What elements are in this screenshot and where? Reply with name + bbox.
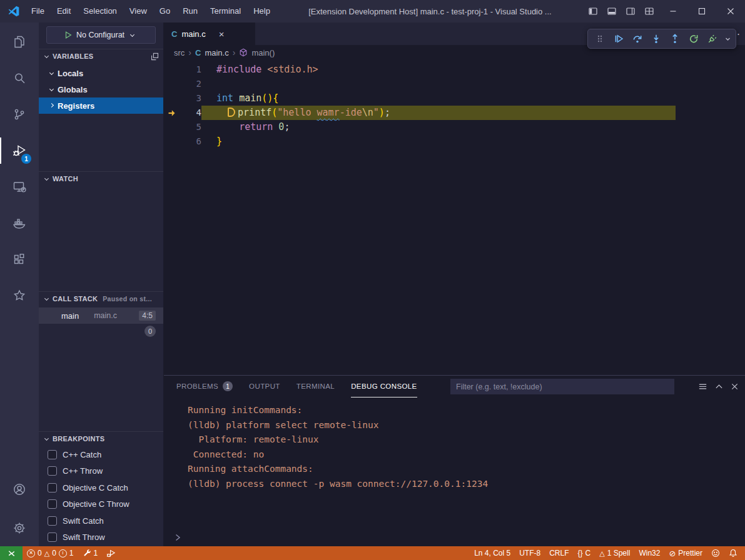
code-line[interactable]: 6} <box>164 134 745 149</box>
console-prompt-icon[interactable] <box>174 534 181 541</box>
panel-tab-problems[interactable]: PROBLEMS1 <box>176 376 233 398</box>
tab-main-c[interactable]: C main.c × <box>164 22 255 45</box>
inline-breakpoint-icon[interactable] <box>228 108 235 117</box>
formatter-status[interactable]: ⊘ Prettier <box>664 546 707 560</box>
restart-button[interactable] <box>686 31 702 47</box>
code-line[interactable]: 2 <box>164 77 745 91</box>
checkbox[interactable] <box>48 532 57 542</box>
breakpoint-item[interactable]: Objective C Catch <box>39 479 163 496</box>
sidebar-item-run-debug[interactable]: 1 <box>0 132 39 169</box>
spell-checker-status[interactable]: △ 1 Spell <box>595 546 634 560</box>
customize-layout-icon[interactable] <box>640 0 659 22</box>
platform-status[interactable]: Win32 <box>634 546 664 560</box>
drag-handle[interactable] <box>592 31 608 47</box>
menu-view[interactable]: View <box>123 0 153 22</box>
breadcrumb-symbol[interactable]: main() <box>251 48 275 58</box>
debug-console-output[interactable]: Running initCommands:(lldb) platform sel… <box>164 398 745 546</box>
panel-tab-terminal[interactable]: TERMINAL <box>296 376 335 398</box>
language-mode[interactable]: {} C <box>574 546 595 560</box>
code-line[interactable]: 4 printf("hello wamr-ide\n"); <box>164 106 745 120</box>
search-icon <box>12 71 27 86</box>
panel-tab-debug-console[interactable]: DEBUG CONSOLE <box>351 376 417 398</box>
maximize-button[interactable] <box>687 0 716 22</box>
sidebar-item-source-control[interactable] <box>0 96 39 132</box>
info-icon: i <box>59 549 67 558</box>
checkbox[interactable] <box>48 499 57 509</box>
sidebar-item-remote-explorer[interactable] <box>0 169 39 205</box>
compare-values-icon[interactable] <box>150 52 160 61</box>
checkbox[interactable] <box>48 450 57 459</box>
code-line[interactable]: 1#include <stdio.h> <box>164 62 745 77</box>
menu-edit[interactable]: Edit <box>51 0 77 22</box>
chevron-icon <box>49 70 54 74</box>
menu-run[interactable]: Run <box>176 0 204 22</box>
breadcrumb-src[interactable]: src <box>174 48 185 58</box>
feedback-button[interactable] <box>707 546 724 560</box>
step-over-button[interactable] <box>629 31 646 47</box>
watch-section-header[interactable]: WATCH <box>39 171 163 186</box>
encoding-indicator[interactable]: UTF-8 <box>515 546 545 560</box>
sidebar-item-extensions[interactable] <box>0 241 39 278</box>
disconnect-button[interactable] <box>704 31 721 47</box>
eol-indicator[interactable]: CRLF <box>545 546 573 560</box>
notifications-button[interactable] <box>724 546 745 560</box>
step-into-button[interactable] <box>648 31 664 47</box>
code-line[interactable]: 3int main(){ <box>164 91 745 106</box>
maximize-panel-icon[interactable] <box>715 382 723 391</box>
menu-go[interactable]: Go <box>153 0 176 22</box>
c-file-icon: C <box>171 29 177 39</box>
breakpoints-section-header[interactable]: BREAKPOINTS <box>39 431 163 446</box>
chevron-down-icon <box>44 436 49 440</box>
remote-indicator[interactable] <box>0 546 23 560</box>
breakpoint-item[interactable]: Swift Catch <box>39 512 163 529</box>
filter-lines-icon[interactable] <box>698 382 707 391</box>
code-line[interactable]: 5 return 0; <box>164 120 745 134</box>
continue-button[interactable] <box>611 31 627 47</box>
menu-terminal[interactable]: Terminal <box>204 0 247 22</box>
cursor-position[interactable]: Ln 4, Col 5 <box>470 546 515 560</box>
code-editor[interactable]: 1#include <stdio.h>23int main(){4 printf… <box>164 60 745 375</box>
tree-item-label: Registers <box>58 101 94 111</box>
console-filter-input[interactable] <box>450 379 674 394</box>
variables-item-globals[interactable]: Globals <box>39 81 163 98</box>
call-stack-frame[interactable]: main main.c 4:5 <box>39 308 163 324</box>
checkbox[interactable] <box>48 466 57 476</box>
bell-icon <box>729 549 737 558</box>
toggle-sidebar-icon[interactable] <box>584 0 602 22</box>
breakpoint-item[interactable]: Objective C Throw <box>39 496 163 513</box>
breakpoint-label: Objective C Catch <box>63 483 128 492</box>
step-out-button[interactable] <box>667 31 683 47</box>
debug-status[interactable] <box>102 546 120 560</box>
variables-section-header[interactable]: VARIABLES <box>39 49 163 63</box>
launch-config-dropdown[interactable]: No Configurat <box>46 26 156 44</box>
menu-help[interactable]: Help <box>247 0 276 22</box>
checkbox[interactable] <box>48 516 57 526</box>
breakpoint-item[interactable]: Swift Throw <box>39 529 163 546</box>
breakpoint-item[interactable]: C++ Catch <box>39 446 163 463</box>
code-text: return 0; <box>201 120 290 134</box>
settings-button[interactable] <box>0 510 39 546</box>
checkbox[interactable] <box>48 483 57 492</box>
breakpoint-item[interactable]: C++ Throw <box>39 463 163 480</box>
variables-item-registers[interactable]: Registers <box>39 98 163 114</box>
toggle-panel-icon[interactable] <box>602 0 621 22</box>
close-tab-icon[interactable]: × <box>219 29 225 39</box>
close-button[interactable] <box>716 0 745 22</box>
problems-status[interactable]: ✕ 0 △ 0 i 1 <box>23 546 78 560</box>
panel-tab-output[interactable]: OUTPUT <box>249 376 280 398</box>
menu-file[interactable]: File <box>25 0 51 22</box>
sidebar-item-docker[interactable] <box>0 205 39 241</box>
toggle-secondary-sidebar-icon[interactable] <box>621 0 640 22</box>
chevron-down-icon[interactable] <box>723 31 732 47</box>
sidebar-item-favorites[interactable] <box>0 278 39 314</box>
call-stack-section-header[interactable]: CALL STACK Paused on st... <box>39 291 163 306</box>
menu-selection[interactable]: Selection <box>77 0 123 22</box>
close-panel-icon[interactable] <box>731 382 739 391</box>
sidebar-item-search[interactable] <box>0 60 39 96</box>
variables-item-locals[interactable]: Locals <box>39 65 163 81</box>
minimize-button[interactable] <box>659 0 687 22</box>
build-tools-status[interactable]: 1 <box>78 546 103 560</box>
sidebar-item-explorer[interactable] <box>0 24 39 60</box>
account-button[interactable] <box>0 471 39 508</box>
breadcrumb-file[interactable]: main.c <box>205 48 228 58</box>
